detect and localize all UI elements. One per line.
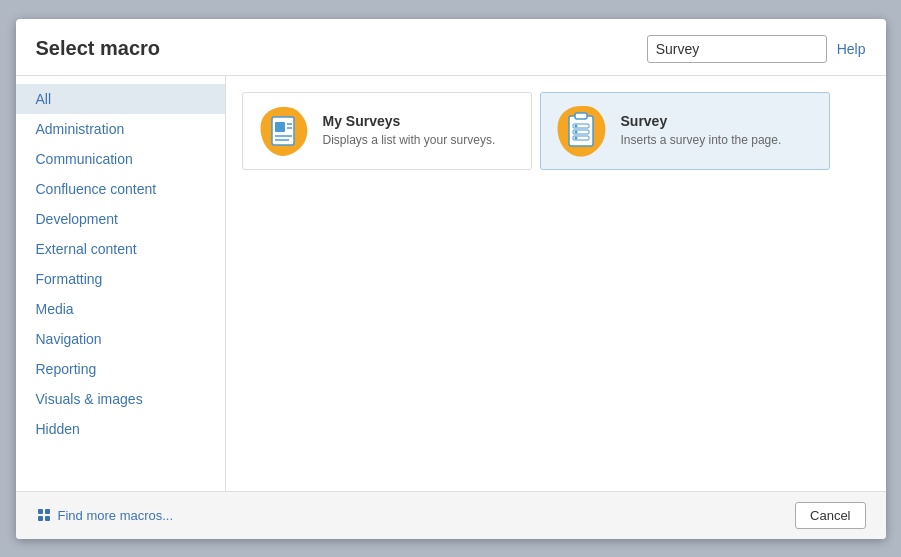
- svg-point-13: [574, 136, 577, 139]
- dialog-header: Select macro Help: [16, 19, 886, 76]
- cancel-button[interactable]: Cancel: [795, 502, 865, 529]
- sidebar-item-formatting[interactable]: Formatting: [16, 264, 225, 294]
- macro-name: My Surveys: [323, 113, 519, 129]
- macro-desc: Displays a list with your surveys.: [323, 132, 519, 149]
- dialog-title: Select macro: [36, 37, 161, 60]
- macro-icon: [255, 103, 311, 159]
- dialog-footer: Find more macros... Cancel: [16, 491, 886, 539]
- sidebar-item-all[interactable]: All: [16, 84, 225, 114]
- header-right: Help: [647, 35, 866, 63]
- sidebar-item-visuals---images[interactable]: Visuals & images: [16, 384, 225, 414]
- svg-rect-7: [575, 113, 587, 119]
- find-more-link[interactable]: Find more macros...: [36, 507, 174, 523]
- sidebar-item-navigation[interactable]: Navigation: [16, 324, 225, 354]
- svg-point-12: [574, 130, 577, 133]
- macro-card[interactable]: My SurveysDisplays a list with your surv…: [242, 92, 532, 170]
- macro-desc: Inserts a survey into the page.: [621, 132, 817, 149]
- puzzle-icon: [36, 507, 52, 523]
- macro-icon: [553, 103, 609, 159]
- sidebar-item-development[interactable]: Development: [16, 204, 225, 234]
- svg-rect-1: [275, 122, 285, 132]
- sidebar-item-confluence-content[interactable]: Confluence content: [16, 174, 225, 204]
- macro-info: SurveyInserts a survey into the page.: [621, 113, 817, 149]
- svg-rect-15: [45, 509, 50, 514]
- macro-card[interactable]: SurveyInserts a survey into the page.: [540, 92, 830, 170]
- sidebar-item-hidden[interactable]: Hidden: [16, 414, 225, 444]
- my-surveys-icon: [255, 103, 311, 159]
- sidebar-item-administration[interactable]: Administration: [16, 114, 225, 144]
- survey-icon: [553, 103, 609, 159]
- sidebar-item-external-content[interactable]: External content: [16, 234, 225, 264]
- sidebar-item-communication[interactable]: Communication: [16, 144, 225, 174]
- macro-name: Survey: [621, 113, 817, 129]
- search-input[interactable]: [647, 35, 827, 63]
- sidebar: AllAdministrationCommunicationConfluence…: [16, 76, 226, 491]
- find-more-label: Find more macros...: [58, 508, 174, 523]
- help-link[interactable]: Help: [837, 41, 866, 57]
- svg-rect-14: [38, 509, 43, 514]
- svg-point-11: [574, 124, 577, 127]
- macro-grid: My SurveysDisplays a list with your surv…: [242, 92, 870, 170]
- svg-rect-17: [45, 516, 50, 521]
- sidebar-item-media[interactable]: Media: [16, 294, 225, 324]
- dialog-body: AllAdministrationCommunicationConfluence…: [16, 76, 886, 491]
- select-macro-dialog: Select macro Help AllAdministrationCommu…: [16, 19, 886, 539]
- sidebar-item-reporting[interactable]: Reporting: [16, 354, 225, 384]
- main-content: My SurveysDisplays a list with your surv…: [226, 76, 886, 491]
- macro-info: My SurveysDisplays a list with your surv…: [323, 113, 519, 149]
- svg-rect-16: [38, 516, 43, 521]
